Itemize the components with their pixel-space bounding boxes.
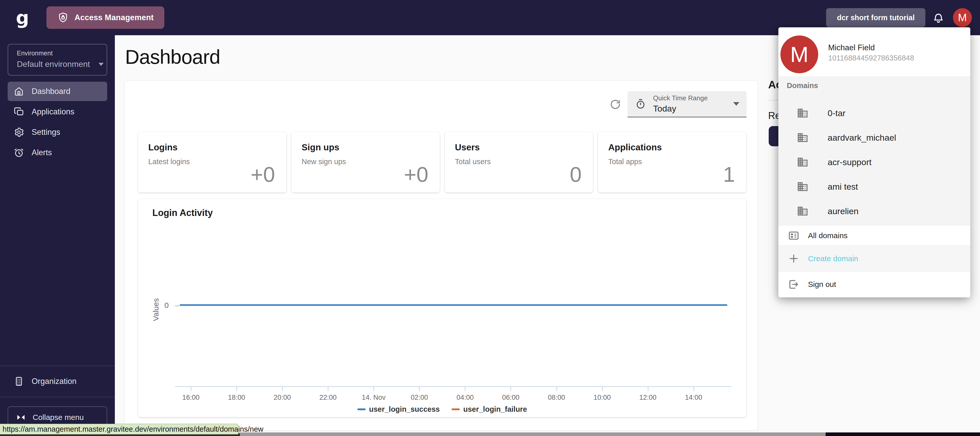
login-activity-chart-card: Login Activity Values 0 16:00 18:00 20:0… bbox=[138, 199, 746, 417]
quick-time-range-value: Today bbox=[653, 103, 708, 114]
sidebar-item-label: Settings bbox=[32, 127, 60, 137]
org-context-pill[interactable]: dcr short form tutorial bbox=[826, 8, 925, 27]
access-management-label: Access Management bbox=[75, 13, 154, 22]
stat-subtitle: Total apps bbox=[608, 158, 736, 166]
logout-icon bbox=[788, 278, 800, 291]
sidebar-nav: Dashboard Applications S bbox=[8, 82, 107, 162]
user-avatar-initial: M bbox=[958, 11, 967, 24]
stat-value: 0 bbox=[570, 162, 582, 187]
stat-title: Users bbox=[455, 142, 583, 153]
environment-select-label: Environment bbox=[17, 49, 107, 57]
link-preview-statusbar: https://am.management.master.gravitee.de… bbox=[0, 424, 239, 434]
sidebar-divider bbox=[0, 397, 115, 397]
sidebar-item-label: Alerts bbox=[32, 148, 52, 157]
domain-label: ami test bbox=[828, 182, 858, 192]
chart-title: Login Activity bbox=[152, 207, 213, 218]
stat-title: Applications bbox=[608, 142, 736, 153]
sidebar-item-label: Dashboard bbox=[32, 87, 70, 96]
domain-label: acr-support bbox=[828, 157, 872, 167]
collapse-arrows-icon bbox=[16, 412, 26, 422]
domain-building-icon bbox=[797, 107, 808, 119]
stat-card-applications: Applications Total apps 1 bbox=[598, 132, 746, 193]
sidebar-item-alerts[interactable]: Alerts bbox=[8, 143, 107, 162]
stat-title: Logins bbox=[148, 142, 276, 153]
user-avatar[interactable]: M bbox=[953, 8, 972, 27]
stopwatch-icon bbox=[635, 98, 646, 110]
domain-item-acr-support[interactable]: acr-support bbox=[778, 150, 970, 174]
plus-icon bbox=[788, 253, 800, 265]
environment-select[interactable]: Environment Default environment bbox=[8, 44, 107, 76]
chevron-down-icon bbox=[733, 102, 739, 106]
stat-subtitle: Total users bbox=[455, 158, 583, 166]
sidebar: Environment Default environment Dashboar… bbox=[0, 35, 115, 436]
quick-time-range-select[interactable]: Quick Time Range Today bbox=[628, 91, 746, 118]
gravitee-logo[interactable]: g bbox=[12, 8, 33, 27]
domain-label: 0-tar bbox=[828, 108, 845, 118]
domain-item-aurelien[interactable]: aurelien bbox=[778, 199, 970, 223]
x-axis: 16:00 18:00 20:00 22:00 14. Nov 02:00 04… bbox=[175, 386, 732, 387]
applications-icon bbox=[13, 106, 24, 118]
chevron-down-icon bbox=[99, 63, 103, 66]
sidebar-item-dashboard[interactable]: Dashboard bbox=[8, 82, 107, 101]
app-root: g Access Management dcr short form tutor… bbox=[0, 0, 980, 436]
stat-value: +0 bbox=[251, 162, 275, 187]
all-domains-item[interactable]: All domains bbox=[778, 225, 970, 245]
legend-item-user-login-success[interactable]: user_login_success bbox=[357, 405, 440, 414]
stats-row: Logins Latest logins +0 Sign ups New sig… bbox=[138, 132, 746, 193]
create-domain-label: Create domain bbox=[808, 254, 858, 263]
series-line-user-login-success[interactable] bbox=[180, 304, 727, 306]
stat-card-signups: Sign ups New sign ups +0 bbox=[291, 132, 440, 193]
domain-label: aardvark_michael bbox=[828, 133, 896, 143]
sidebar-divider bbox=[0, 366, 115, 366]
bottom-strip-dark-right bbox=[826, 433, 980, 436]
stat-value: +0 bbox=[404, 162, 428, 187]
stat-card-logins: Logins Latest logins +0 bbox=[138, 132, 286, 193]
legend-label: user_login_failure bbox=[463, 405, 527, 414]
user-menu-avatar-initial: M bbox=[790, 42, 808, 67]
domains-section-label: Domains bbox=[787, 81, 818, 90]
alarm-clock-icon bbox=[13, 147, 24, 158]
notifications-bell-icon[interactable] bbox=[932, 11, 945, 24]
sidebar-item-settings[interactable]: Settings bbox=[8, 123, 107, 142]
y-axis-label: Values bbox=[151, 289, 160, 330]
sign-out-item[interactable]: Sign out bbox=[778, 271, 970, 298]
environment-select-value: Default environment bbox=[17, 59, 90, 69]
user-menu-header: M Michael Field 101168844592786356848 bbox=[778, 27, 970, 76]
domains-section: Domains 0-tar aardvark_michael acr-suppo… bbox=[778, 76, 970, 225]
access-management-button[interactable]: Access Management bbox=[46, 6, 164, 29]
domain-building-icon bbox=[797, 132, 808, 143]
domain-building-icon bbox=[797, 205, 808, 217]
user-menu-user-id: 101168844592786356848 bbox=[828, 54, 914, 62]
gear-icon bbox=[13, 127, 24, 138]
domain-item-0-tar[interactable]: 0-tar bbox=[778, 101, 970, 125]
link-preview-url: https://am.management.master.gravitee.de… bbox=[3, 425, 263, 433]
sign-out-label: Sign out bbox=[808, 280, 836, 289]
sidebar-item-applications[interactable]: Applications bbox=[8, 102, 107, 121]
sidebar-item-organization[interactable]: Organization bbox=[8, 372, 107, 391]
y-axis-tick-label: 0 bbox=[159, 301, 169, 310]
domain-item-ami-test[interactable]: ami test bbox=[778, 174, 970, 199]
legend-label: user_login_success bbox=[369, 405, 440, 414]
sidebar-item-label: Organization bbox=[32, 377, 76, 386]
domain-item-aardvark-michael[interactable]: aardvark_michael bbox=[778, 125, 970, 150]
y-axis-tick-mark bbox=[175, 305, 180, 307]
chart-legend: user_login_success user_login_failure bbox=[357, 405, 527, 414]
stat-value: 1 bbox=[723, 162, 735, 187]
user-menu-panel: M Michael Field 101168844592786356848 Do… bbox=[778, 27, 970, 298]
create-domain-item[interactable]: Create domain bbox=[778, 245, 970, 271]
legend-item-user-login-failure[interactable]: user_login_failure bbox=[452, 405, 527, 414]
sidebar-item-label: Applications bbox=[32, 107, 74, 116]
user-menu-name: Michael Field bbox=[828, 43, 875, 53]
collapse-menu-label: Collapse menu bbox=[33, 413, 84, 422]
all-domains-grid-icon bbox=[788, 229, 800, 242]
building-icon bbox=[13, 376, 24, 387]
domain-building-icon bbox=[797, 156, 808, 168]
dashboard-widgets-card: Quick Time Range Today Logins Latest log… bbox=[124, 81, 758, 430]
refresh-icon[interactable] bbox=[609, 98, 621, 111]
quick-time-range-label: Quick Time Range bbox=[653, 94, 708, 102]
all-domains-label: All domains bbox=[808, 231, 848, 240]
domain-building-icon bbox=[797, 181, 808, 193]
stat-title: Sign ups bbox=[302, 142, 430, 153]
user-menu-avatar: M bbox=[780, 35, 818, 73]
dashboard-toolbar: Quick Time Range Today bbox=[609, 91, 746, 118]
